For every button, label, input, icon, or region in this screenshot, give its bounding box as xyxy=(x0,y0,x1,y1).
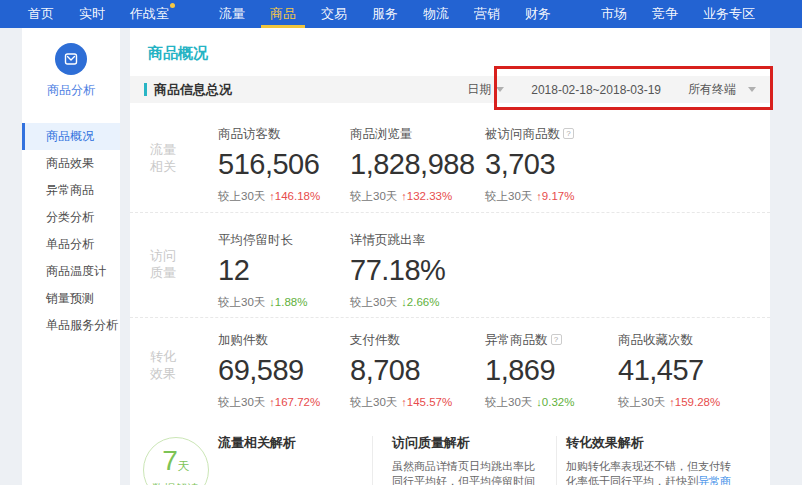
trend-down-value: ↓2.66% xyxy=(401,296,439,308)
metric-product-pageviews: 商品浏览量 1,828,988 较上30天↑132.33% xyxy=(350,126,482,204)
main-content: 商品概况 商品信息总况 日期 2018-02-18~2018-03-19 所有终… xyxy=(130,28,770,485)
metric-value: 8,708 xyxy=(350,354,482,387)
terminal-dropdown[interactable]: 所有终端 xyxy=(688,81,756,98)
section-accent-bar xyxy=(144,83,147,96)
metric-value: 77.18% xyxy=(350,254,482,287)
insight-title: 访问质量解析 xyxy=(392,434,544,452)
metric-value: 1,828,988 xyxy=(350,148,482,181)
metric-avg-stay-duration: 平均停留时长 12 较上30天↓1.88% xyxy=(218,232,350,310)
sidebar-item-product-thermometer[interactable]: 商品温度计 xyxy=(22,258,120,285)
compare-label: 较上30天 xyxy=(485,190,532,202)
help-icon[interactable]: ? xyxy=(551,334,562,345)
sidebar-item-single-product-service[interactable]: 单品服务分析 xyxy=(22,312,120,339)
insight-body: 虽然商品详情页日均跳出率比同行平均好，但平均停留时间低于同行平均，请关注页面搭建… xyxy=(392,459,544,485)
nav-item-business-zone[interactable]: 业务专区 xyxy=(703,0,755,28)
group-label-conversion: 转化 效果 xyxy=(150,348,176,382)
date-range-value[interactable]: 2018-02-18~2018-03-19 xyxy=(531,83,661,97)
metric-visited-products: 被访问商品数? 3,703 较上30天↑9.17% xyxy=(485,126,617,204)
nav-item-home[interactable]: 首页 xyxy=(28,0,54,28)
compare-label: 较上30天 xyxy=(485,396,532,408)
sidebar-item-product-effect[interactable]: 商品效果 xyxy=(22,150,120,177)
nav-item-traffic[interactable]: 流量 xyxy=(219,0,245,28)
compare-label: 较上30天 xyxy=(218,190,265,202)
metric-row-traffic: 流量 相关 商品访客数 516,506 较上30天↑146.18% 商品浏览量 … xyxy=(130,101,770,212)
metric-value: 3,703 xyxy=(485,148,617,181)
sidebar-item-abnormal-products[interactable]: 异常商品 xyxy=(22,177,120,204)
trend-up-value: ↑132.33% xyxy=(401,190,452,202)
active-tab-underline xyxy=(261,25,305,28)
seven-day-badge: 7天 数据解读 xyxy=(143,437,209,485)
sidebar-group-label: 商品分析 xyxy=(22,82,120,99)
nav-item-finance[interactable]: 财务 xyxy=(525,0,551,28)
section-title: 商品信息总况 xyxy=(154,81,232,99)
nav-item-market[interactable]: 市场 xyxy=(601,0,627,28)
sidebar-menu: 商品概况 商品效果 异常商品 分类分析 单品分析 商品温度计 销量预测 单品服务… xyxy=(22,123,120,339)
sidebar-item-sales-forecast[interactable]: 销量预测 xyxy=(22,285,120,312)
chevron-down-icon xyxy=(748,87,756,92)
filter-bar: 日期 2018-02-18~2018-03-19 所有终端 xyxy=(467,81,756,98)
page-title: 商品概况 xyxy=(130,28,770,63)
metric-product-visitors: 商品访客数 516,506 较上30天↑146.18% xyxy=(218,126,350,204)
compare-label: 较上30天 xyxy=(350,296,397,308)
group-label-quality: 访问 质量 xyxy=(150,247,176,281)
insight-body: 加购转化率表现还不错，但支付转化率低于同行平均，赶快到异常商品并结合使用商品温度… xyxy=(566,459,734,485)
nav-item-competition[interactable]: 竞争 xyxy=(652,0,678,28)
product-analysis-icon xyxy=(55,43,87,75)
insight-conversion: 转化效果解析 加购转化率表现还不错，但支付转化率低于同行平均，赶快到异常商品并结… xyxy=(566,434,734,485)
metric-cart-adds: 加购件数 69,589 较上30天↑167.72% xyxy=(218,332,350,410)
nav-item-marketing[interactable]: 营销 xyxy=(474,0,500,28)
date-type-dropdown[interactable]: 日期 xyxy=(467,81,504,98)
data-insights-section: 7天 数据解读 流量相关解析 访问质量解析 虽然商品详情页日均跳出率比同行平均好… xyxy=(130,434,770,485)
trend-down-value: ↓0.32% xyxy=(536,396,574,408)
metric-row-conversion: 转化 效果 加购件数 69,589 较上30天↑167.72% 支付件数 8,7… xyxy=(130,317,770,434)
compare-label: 较上30天 xyxy=(618,396,665,408)
metric-favorites-count: 商品收藏次数 41,457 较上30天↑159.28% xyxy=(618,332,750,410)
metric-row-quality: 访问 质量 平均停留时长 12 较上30天↓1.88% 详情页跳出率 77.18… xyxy=(130,212,770,317)
metric-abnormal-products: 异常商品数? 1,869 较上30天↓0.32% xyxy=(485,332,617,410)
metric-value: 516,506 xyxy=(218,148,350,181)
trend-up-value: ↑167.72% xyxy=(269,396,320,408)
sidebar-item-product-overview[interactable]: 商品概况 xyxy=(22,123,120,150)
insight-traffic: 流量相关解析 xyxy=(218,434,358,452)
metric-detail-bounce-rate: 详情页跳出率 77.18% 较上30天↓2.66% xyxy=(350,232,482,310)
insight-quality: 访问质量解析 虽然商品详情页日均跳出率比同行平均好，但平均停留时间低于同行平均，… xyxy=(392,434,544,485)
notification-dot-icon xyxy=(170,3,175,8)
column-divider xyxy=(372,436,373,485)
app-screen: 首页 实时 作战室 流量 商品 交易 服务 物流 营销 财务 市场 竞争 业务专… xyxy=(0,0,802,485)
sidebar-item-category-analysis[interactable]: 分类分析 xyxy=(22,204,120,231)
trend-up-value: ↑159.28% xyxy=(669,396,720,408)
trend-up-value: ↑146.18% xyxy=(269,190,320,202)
sidebar-item-single-product-analysis[interactable]: 单品分析 xyxy=(22,231,120,258)
top-navigation: 首页 实时 作战室 流量 商品 交易 服务 物流 营销 财务 市场 竞争 业务专… xyxy=(0,0,802,28)
compare-label: 较上30天 xyxy=(350,396,397,408)
insight-title: 转化效果解析 xyxy=(566,434,734,452)
badge-caption: 数据解读 xyxy=(144,481,208,485)
help-icon[interactable]: ? xyxy=(563,128,574,139)
compare-label: 较上30天 xyxy=(218,296,265,308)
nav-item-realtime[interactable]: 实时 xyxy=(79,0,105,28)
insight-title: 流量相关解析 xyxy=(218,434,358,452)
trend-down-value: ↓1.88% xyxy=(269,296,307,308)
column-divider xyxy=(556,436,557,485)
nav-item-trade[interactable]: 交易 xyxy=(321,0,347,28)
trend-up-value: ↑145.57% xyxy=(401,396,452,408)
compare-label: 较上30天 xyxy=(218,396,265,408)
group-label-traffic: 流量 相关 xyxy=(150,141,176,175)
metric-value: 12 xyxy=(218,254,350,287)
nav-item-warroom[interactable]: 作战室 xyxy=(130,0,169,28)
compare-label: 较上30天 xyxy=(350,190,397,202)
metric-value: 1,869 xyxy=(485,354,617,387)
badge-unit: 天 xyxy=(178,459,190,473)
chevron-down-icon xyxy=(496,87,504,92)
section-header: 商品信息总况 日期 2018-02-18~2018-03-19 所有终端 xyxy=(130,76,770,103)
nav-item-product[interactable]: 商品 xyxy=(270,0,296,28)
metric-value: 41,457 xyxy=(618,354,750,387)
sidebar: 商品分析 商品概况 商品效果 异常商品 分类分析 单品分析 商品温度计 销量预测… xyxy=(22,28,120,485)
trend-up-value: ↑9.17% xyxy=(536,190,574,202)
badge-number: 7 xyxy=(162,445,178,476)
nav-item-logistics[interactable]: 物流 xyxy=(423,0,449,28)
sidebar-group-header[interactable]: 商品分析 xyxy=(22,28,120,99)
nav-item-service[interactable]: 服务 xyxy=(372,0,398,28)
metric-value: 69,589 xyxy=(218,354,350,387)
metric-paid-items: 支付件数 8,708 较上30天↑145.57% xyxy=(350,332,482,410)
